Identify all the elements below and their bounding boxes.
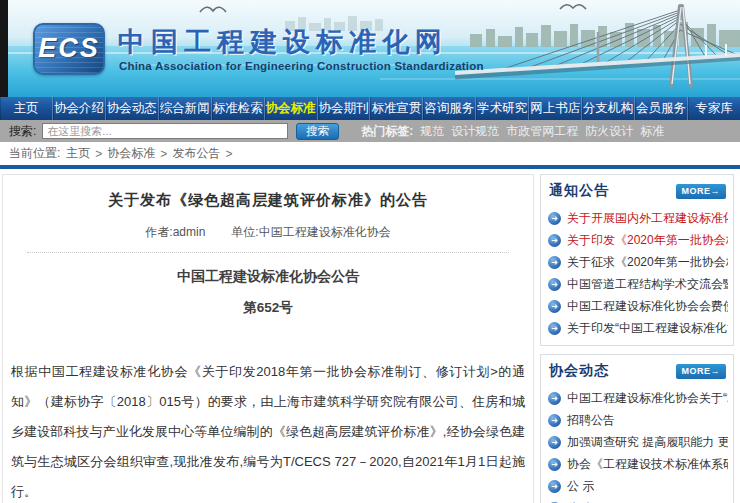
article: 关于发布《绿色超高层建筑评价标准》的公告 作者:admin 单位:中国工程建设标…	[2, 174, 534, 503]
nav-item-association-news[interactable]: 协会动态	[106, 97, 159, 120]
sidebar-link[interactable]: 关于印发《2020年第一批协会标准制	[567, 232, 728, 249]
sidebar-link[interactable]: 关于开展国内外工程建设标准化法规制	[567, 210, 728, 227]
hot-tag[interactable]: 规范	[420, 123, 444, 140]
nav-item-member-services[interactable]: 会员服务	[635, 97, 688, 120]
sidebar-link[interactable]: 协会《工程建设技术标准体系研究》启	[567, 456, 728, 473]
globe-arrow-icon: ➜	[548, 300, 561, 313]
sidebar-link[interactable]: 关于征求《2020年第一批协会标准制	[567, 254, 728, 271]
notices-list: ➜ 关于开展国内外工程建设标准化法规制 ➜ 关于印发《2020年第一批协会标准制…	[541, 206, 733, 345]
news-more-button[interactable]: MORE→	[676, 364, 727, 379]
list-item[interactable]: ➜ 关于印发“中国工程建设标准化协会会	[548, 317, 728, 339]
site-header: ECS 中国工程建设标准化网 China Association for Eng…	[0, 0, 740, 97]
breadcrumb-home[interactable]: 主页	[66, 145, 90, 162]
news-header: 协会动态 MORE→	[541, 355, 733, 386]
sidebar-link[interactable]: 加强调查研究 提高履职能力 更好发挥	[567, 434, 728, 451]
globe-arrow-icon: ➜	[548, 436, 561, 449]
breadcrumb-separator: >	[95, 147, 102, 161]
search-input[interactable]	[42, 123, 288, 139]
hot-tag[interactable]: 防火设计	[585, 123, 633, 140]
nav-item-standard-search[interactable]: 标准检索	[212, 97, 265, 120]
nav-item-association-standards[interactable]: 协会标准	[265, 97, 318, 120]
globe-arrow-icon: ➜	[548, 458, 561, 471]
nav-item-journal[interactable]: 协会期刊	[318, 97, 371, 120]
sidebar-link[interactable]: 中国管道工程结构学术交流会暨中国工	[567, 276, 728, 293]
list-item[interactable]: ➜ 关于征求《2020年第一批协会标准制	[548, 251, 728, 273]
nav-item-home[interactable]: 主页	[0, 97, 53, 120]
list-item[interactable]: ➜ 关于印发《2020年第一批协会标准制	[548, 229, 728, 251]
nav-item-experts[interactable]: 专家库	[688, 97, 740, 120]
ecs-logo: ECS	[33, 23, 105, 75]
breadcrumb-prefix: 当前位置:	[9, 145, 60, 162]
search-button[interactable]: 搜索	[296, 123, 339, 140]
breadcrumb-association-standards[interactable]: 协会标准	[107, 145, 155, 162]
sidebar-link[interactable]: 中国工程建设标准化协会关于“2020年	[567, 390, 728, 407]
nav-item-general-news[interactable]: 综合新闻	[159, 97, 212, 120]
page-title: 关于发布《绿色超高层建筑评价标准》的公告	[9, 191, 527, 210]
globe-arrow-icon: ➜	[548, 256, 561, 269]
globe-arrow-icon: ➜	[548, 234, 561, 247]
notices-panel: 通知公告 MORE→ ➜ 关于开展国内外工程建设标准化法规制 ➜ 关于印发《20…	[540, 174, 734, 346]
list-item[interactable]: ➜ 招聘公告	[548, 409, 728, 431]
globe-arrow-icon: ➜	[548, 322, 561, 335]
notice-number: 第652号	[9, 299, 527, 317]
list-item[interactable]: ➜ 公 示	[548, 475, 728, 497]
article-author: 作者:admin	[145, 224, 205, 241]
site-title: 中国工程建设标准化网	[118, 24, 448, 60]
article-body: 根据中国工程建设标准化协会《关于印发2018年第一批协会标准制订、修订计划>的通…	[11, 357, 525, 503]
nav-item-consulting[interactable]: 咨询服务	[423, 97, 476, 120]
sidebar-link[interactable]: 关于印发“中国工程建设标准化协会会	[567, 320, 728, 337]
notices-title: 通知公告	[549, 182, 609, 200]
list-item[interactable]: ➜ 加强调查研究 提高履职能力 更好发挥	[548, 431, 728, 453]
hot-tag[interactable]: 设计规范	[451, 123, 499, 140]
list-item[interactable]: ➜ 公 告	[548, 497, 728, 503]
list-item[interactable]: ➜ 中国工程建设标准化协会会费使用管理	[548, 295, 728, 317]
search-bar: 搜索: 搜索 热门标签: 规范 设计规范 市政管网工程 防火设计 标准	[0, 120, 740, 142]
nav-item-bookstore[interactable]: 网上书店	[529, 97, 582, 120]
sidebar-link[interactable]: 中国工程建设标准化协会会费使用管理	[567, 298, 728, 315]
globe-arrow-icon: ➜	[548, 414, 561, 427]
hot-tag[interactable]: 市政管网工程	[506, 123, 578, 140]
news-list: ➜ 中国工程建设标准化协会关于“2020年 ➜ 招聘公告 ➜ 加强调查研究 提高…	[541, 386, 733, 503]
globe-arrow-icon: ➜	[548, 278, 561, 291]
site-subtitle: China Association for Engineering Constr…	[119, 60, 484, 72]
breadcrumb-separator: >	[225, 147, 232, 161]
globe-arrow-icon: ➜	[548, 480, 561, 493]
news-panel: 协会动态 MORE→ ➜ 中国工程建设标准化协会关于“2020年 ➜ 招聘公告 …	[540, 354, 734, 503]
breadcrumb-announcements[interactable]: 发布公告	[172, 145, 220, 162]
notice-title: 中国工程建设标准化协会公告	[9, 268, 527, 286]
globe-arrow-icon: ➜	[548, 212, 561, 225]
news-title: 协会动态	[549, 362, 609, 380]
list-item[interactable]: ➜ 中国工程建设标准化协会关于“2020年	[548, 387, 728, 409]
breadcrumb: 当前位置: 主页 > 协会标准 > 发布公告 >	[0, 142, 740, 165]
nav-item-standard-promotion[interactable]: 标准宣贯	[370, 97, 423, 120]
main-nav: 主页 协会介绍 协会动态 综合新闻 标准检索 协会标准 协会期刊 标准宣贯 咨询…	[0, 97, 740, 120]
globe-arrow-icon: ➜	[548, 392, 561, 405]
nav-item-about[interactable]: 协会介绍	[53, 97, 106, 120]
article-meta: 作者:admin 单位:中国工程建设标准化协会	[27, 224, 509, 253]
sidebar-link[interactable]: 公 告	[567, 500, 594, 503]
nav-item-branches[interactable]: 分支机构	[582, 97, 635, 120]
search-label: 搜索:	[9, 123, 36, 140]
sidebar-link[interactable]: 公 示	[567, 478, 594, 495]
notices-header: 通知公告 MORE→	[541, 175, 733, 206]
screenshot-edge-band	[0, 0, 8, 97]
sidebar: 通知公告 MORE→ ➜ 关于开展国内外工程建设标准化法规制 ➜ 关于印发《20…	[540, 174, 734, 503]
notices-more-button[interactable]: MORE→	[676, 184, 727, 199]
hot-tags-label: 热门标签:	[361, 123, 413, 140]
main-area: 关于发布《绿色超高层建筑评价标准》的公告 作者:admin 单位:中国工程建设标…	[0, 169, 740, 503]
list-item[interactable]: ➜ 协会《工程建设技术标准体系研究》启	[548, 453, 728, 475]
article-unit: 单位:中国工程建设标准化协会	[231, 224, 390, 241]
breadcrumb-separator: >	[160, 147, 167, 161]
sidebar-link[interactable]: 招聘公告	[567, 412, 615, 429]
list-item[interactable]: ➜ 关于开展国内外工程建设标准化法规制	[548, 207, 728, 229]
list-item[interactable]: ➜ 中国管道工程结构学术交流会暨中国工	[548, 273, 728, 295]
nav-item-academic-research[interactable]: 学术研究	[476, 97, 529, 120]
hot-tag[interactable]: 标准	[640, 123, 664, 140]
